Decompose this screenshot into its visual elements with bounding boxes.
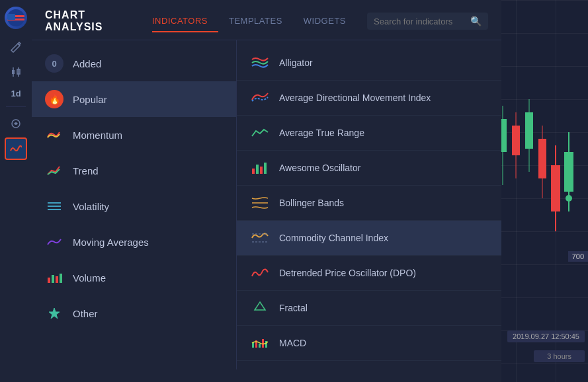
indicator-atr[interactable]: Average True Range [237,116,501,151]
pencil-icon [10,41,22,53]
bollinger-icon [250,193,270,213]
svg-rect-13 [564,152,573,192]
sidebar-item-momentum[interactable]: Momentum [32,117,236,153]
indicator-fractal[interactable]: Fractal [237,291,501,326]
alligator-icon [250,53,270,73]
sidebar-item-added[interactable]: 0 Added [32,46,236,81]
dpo-icon [250,263,270,283]
volatility-icon [45,197,63,215]
indicator-fractal-label: Fractal [279,303,308,313]
momentum-icon [45,126,63,144]
added-badge-icon: 0 [45,54,63,73]
indicator-bollinger-label: Bollinger Bands [279,198,344,208]
sidebar-item-momentum-label: Momentum [73,130,122,141]
svg-rect-33 [256,165,259,174]
svg-rect-11 [551,165,560,211]
sidebar-item-popular-label: Popular [73,94,107,105]
tab-indicators[interactable]: INDICATORS [152,11,218,32]
svg-rect-41 [259,344,261,348]
indicator-momentum-ind[interactable]: Momentum [237,361,501,369]
sidebar-item-volatility[interactable]: Volatility [32,188,236,224]
indicator-alligator-label: Alligator [279,57,313,68]
indicator-dpo-label: Detrended Price Oscillator (DPO) [279,268,416,278]
svg-rect-7 [525,112,533,149]
search-input[interactable] [374,17,466,26]
svg-rect-42 [262,339,264,348]
svg-marker-31 [49,308,60,319]
app-title: CHART ANALYSIS [45,9,132,33]
moving-averages-icon [45,233,63,251]
indicators-list: Alligator Average Directional Movement I… [237,40,501,369]
indicator-macd-label: MACD [279,338,306,348]
cci-icon [250,228,270,248]
svg-rect-35 [264,163,267,174]
svg-rect-28 [52,275,54,283]
search-icon: 🔍 [470,16,482,26]
sidebar-item-volume-label: Volume [73,272,106,284]
indicator-alligator[interactable]: Alligator [237,46,501,81]
sidebar-item-volume[interactable]: Volume [32,260,236,295]
svg-rect-29 [56,276,58,283]
sidebar-item-other[interactable]: Other [32,295,236,331]
pencil-button[interactable] [5,36,27,58]
left-toolbar: 1d [0,0,32,382]
indicator-awesome-label: Awesome Oscillator [279,163,360,173]
sidebar: 0 Added 🔥 Popular Momentum [32,40,237,369]
admi-icon [250,88,270,108]
sidebar-item-popular[interactable]: 🔥 Popular [32,81,236,117]
candlestick-button[interactable] [5,61,27,83]
header-tabs: INDICATORS TEMPLATES WIDGETS [152,11,367,32]
atr-icon [250,123,270,143]
sidebar-item-trend-label: Trend [73,165,99,176]
sidebar-item-volatility-label: Volatility [73,201,109,212]
svg-rect-18 [7,14,15,20]
timestamp-label: 2019.09.27 12:50:45 [507,330,585,342]
tab-templates[interactable]: TEMPLATES [229,11,293,32]
candlestick-icon [10,66,22,78]
sidebar-item-moving-averages-label: Moving Averages [73,237,149,248]
svg-rect-5 [512,126,520,155]
draw-button[interactable] [5,112,27,135]
awesome-icon [250,158,270,178]
tab-widgets[interactable]: WIDGETS [304,11,357,32]
sidebar-item-other-label: Other [73,308,98,319]
timeframe-label[interactable]: 1d [11,86,21,101]
sidebar-item-trend[interactable]: Trend [32,153,236,188]
momentum-indicator-icon [250,368,270,369]
indicator-cci-label: Commodity Channel Index [279,233,388,243]
sidebar-item-moving-averages[interactable]: Moving Averages [32,224,236,260]
svg-rect-20 [12,70,15,74]
indicator-atr-label: Average True Range [279,128,364,138]
macd-icon [250,333,270,353]
fractal-icon [250,298,270,318]
logo-icon [7,9,25,27]
app-logo [5,7,27,29]
svg-rect-27 [48,278,50,283]
wave-icon [10,143,22,155]
draw-icon [10,118,22,130]
indicator-dpo[interactable]: Detrended Price Oscillator (DPO) [237,256,501,291]
main-panel: CHART ANALYSIS INDICATORS TEMPLATES WIDG… [32,0,501,382]
header: CHART ANALYSIS INDICATORS TEMPLATES WIDG… [32,0,501,33]
volume-icon [45,268,63,287]
indicator-bollinger[interactable]: Bollinger Bands [237,186,501,221]
price-label: 700 [568,251,588,262]
flame-icon: 🔥 [45,90,63,108]
time-period-label: 3 hours [534,350,585,362]
content-area: 0 Added 🔥 Popular Momentum [32,40,501,369]
indicator-cci[interactable]: Commodity Channel Index [237,221,501,256]
indicator-admi[interactable]: Average Directional Movement Index [237,81,501,116]
trend-icon [45,161,63,180]
svg-rect-9 [538,139,546,178]
svg-rect-30 [60,274,62,283]
sidebar-item-added-label: Added [73,58,101,69]
indicator-macd[interactable]: MACD [237,326,501,361]
search-box: 🔍 [367,13,488,30]
indicator-awesome[interactable]: Awesome Oscillator [237,151,501,186]
toolbar-divider [6,106,26,107]
svg-marker-38 [255,302,265,310]
svg-rect-32 [252,169,255,174]
indicators-button[interactable] [5,137,27,160]
svg-point-14 [566,195,572,202]
other-icon [45,304,63,323]
